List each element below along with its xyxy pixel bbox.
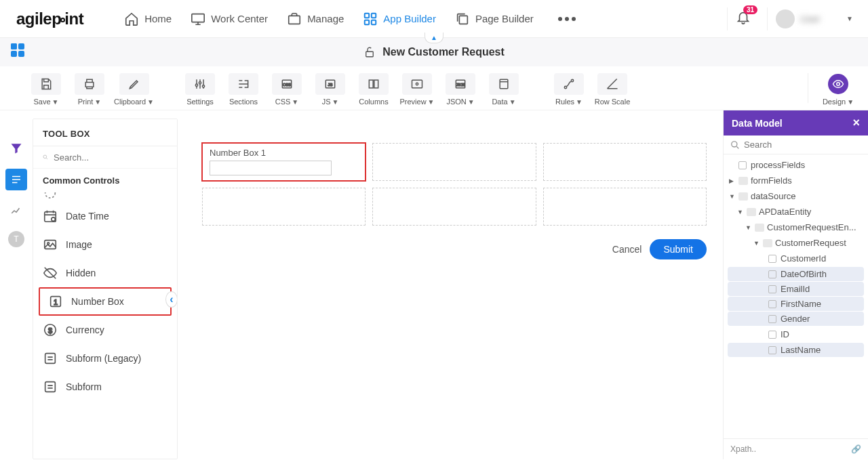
data-button[interactable]: Data ▼ [485, 73, 523, 106]
print-icon [83, 77, 96, 91]
rail-text[interactable]: T [8, 231, 24, 247]
tree-lastname[interactable]: LastName [728, 343, 864, 357]
svg-point-27 [45, 192, 56, 198]
tool-currency[interactable]: $Currency [33, 316, 177, 344]
user-menu[interactable]: User ▼ [776, 9, 853, 28]
nav-appbuilder[interactable]: App Builder [363, 12, 436, 26]
nav-pagebuilder[interactable]: Page Builder [455, 12, 534, 26]
toolbox-section: Common Controls [33, 169, 177, 192]
canvas-empty-cell[interactable] [372, 188, 536, 226]
rowscale-button[interactable]: Row Scale [593, 73, 631, 106]
svg-rect-6 [459, 16, 467, 24]
funnel-icon [9, 142, 23, 155]
link-icon[interactable]: 🔗 [851, 444, 861, 454]
css-icon: CSS [280, 77, 294, 91]
svg-rect-4 [365, 20, 369, 24]
dm-search[interactable] [724, 135, 868, 154]
nav-workcenter[interactable]: Work Center [191, 12, 268, 26]
rail-form[interactable] [5, 169, 27, 190]
collapse-header-button[interactable]: ▲ [425, 33, 443, 43]
more-icon[interactable] [558, 17, 576, 21]
js-button[interactable]: JSJS ▼ [311, 73, 349, 106]
canvas-empty-cell[interactable] [543, 143, 707, 181]
tool-subform-legacy[interactable]: Subform (Legacy) [33, 344, 177, 373]
canvas-empty-cell[interactable] [372, 143, 536, 181]
clipboard-button[interactable]: Clipboard ▼ [114, 73, 154, 106]
tree-customerrequesten[interactable]: ▼CustomerRequestEn... [724, 219, 868, 235]
toolbox-search-input[interactable] [54, 152, 167, 163]
nav-appbuilder-label: App Builder [383, 13, 436, 24]
svg-rect-22 [500, 79, 508, 88]
design-button[interactable]: Design ▼ [819, 73, 857, 106]
briefcase-icon [287, 12, 302, 26]
document-title: New Customer Request [363, 46, 505, 58]
rules-button[interactable]: Rules ▼ [550, 73, 588, 106]
preview-button[interactable]: Preview ▼ [398, 73, 436, 106]
tree-emailid[interactable]: EmailId [728, 282, 864, 296]
nav-manage-label: Manage [307, 13, 344, 24]
tree-dateofbirth[interactable]: DateOfBirth [728, 267, 864, 281]
svg-text:$: $ [48, 327, 52, 335]
user-name: User [800, 14, 841, 24]
sections-button[interactable]: Sections [224, 73, 262, 106]
chevron-down-icon: ▼ [846, 15, 853, 22]
canvas-numberbox-cell[interactable]: Number Box 1 [202, 143, 366, 181]
search-icon [730, 140, 740, 150]
json-button[interactable]: JSONJSON ▼ [441, 73, 479, 106]
tree-processfields[interactable]: processFields [724, 157, 868, 173]
tree-firstname[interactable]: FirstName [728, 297, 864, 311]
notification-badge: 31 [743, 5, 757, 14]
toolbox-search[interactable] [33, 146, 177, 169]
toolbox-collapse-button[interactable]: ‹ [165, 291, 178, 308]
nav-manage[interactable]: Manage [287, 12, 344, 26]
rail-filter[interactable] [5, 138, 27, 159]
monitor-icon [191, 12, 205, 26]
tool-numberbox[interactable]: 1Number Box [39, 287, 172, 316]
print-button[interactable]: Print ▼ [71, 73, 108, 106]
tool-hidden[interactable]: Hidden [33, 259, 177, 287]
svg-rect-16 [369, 80, 373, 88]
notifications-button[interactable]: 31 [736, 10, 751, 28]
canvas-empty-cell[interactable] [543, 188, 707, 226]
tree-formfields[interactable]: ▶formFields [724, 173, 868, 188]
tree-id[interactable]: ID [724, 327, 868, 342]
cancel-button[interactable]: Cancel [612, 244, 642, 255]
svg-rect-18 [412, 80, 422, 88]
canvas-empty-cell[interactable] [202, 188, 366, 226]
columns-icon [367, 77, 380, 91]
svg-text:JS: JS [328, 83, 333, 87]
tool-datetime[interactable]: Date Time [33, 202, 177, 230]
number-icon: 1 [48, 294, 63, 309]
nav-pagebuilder-label: Page Builder [475, 13, 534, 24]
svg-point-9 [195, 84, 197, 86]
tool-image[interactable]: Image [33, 230, 177, 259]
rail-chart[interactable] [5, 200, 27, 222]
eye-off-icon [43, 266, 58, 280]
tree-datasource[interactable]: ▼dataSource [724, 188, 868, 204]
tree-apdataentity[interactable]: ▼APDataEntity [724, 204, 868, 219]
numberbox-input[interactable] [210, 161, 332, 175]
svg-point-23 [564, 86, 566, 88]
tree-gender[interactable]: Gender [728, 312, 864, 326]
submit-button[interactable]: Submit [650, 239, 707, 259]
settings-button[interactable]: Settings [181, 73, 219, 106]
xpath-label: Xpath.. [730, 444, 756, 454]
tool-subform[interactable]: Subform [33, 373, 177, 401]
tree-customerid[interactable]: CustomerId [724, 251, 868, 266]
eye-icon [832, 78, 844, 90]
close-icon[interactable]: × [852, 116, 860, 130]
json-icon: JSON [454, 77, 467, 91]
css-button[interactable]: CSSCSS ▼ [268, 73, 306, 106]
nav-workcenter-label: Work Center [211, 13, 268, 24]
logo: agilepint [16, 9, 83, 28]
svg-rect-0 [192, 14, 204, 22]
dm-search-input[interactable] [744, 140, 861, 150]
columns-button[interactable]: Columns [355, 73, 393, 106]
svg-rect-28 [45, 212, 56, 222]
subform-icon [43, 351, 58, 366]
save-button[interactable]: Save ▼ [27, 73, 65, 106]
nav-home[interactable]: Home [124, 12, 172, 26]
apps-grid-icon[interactable] [11, 43, 17, 49]
tree-customerrequest[interactable]: ▼CustomerRequest [724, 235, 868, 251]
preview-icon [410, 77, 424, 91]
